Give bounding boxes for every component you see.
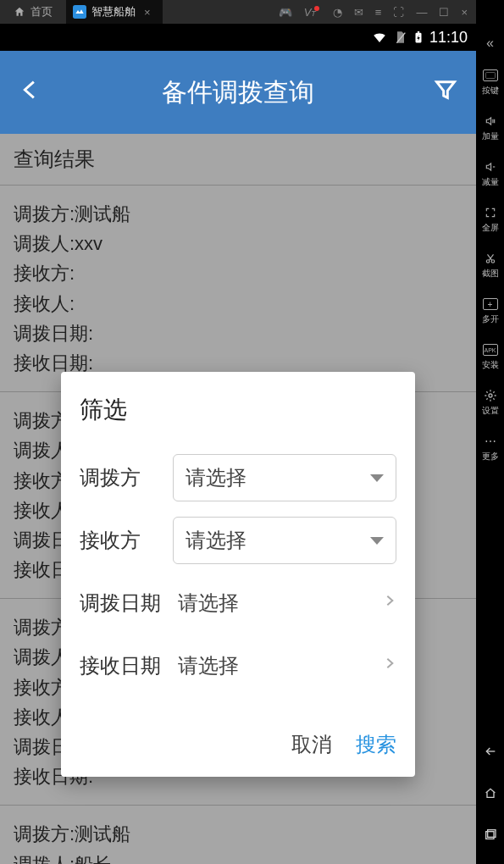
back-icon[interactable] [17,78,41,108]
sender-select-value: 请选择 [186,464,246,491]
send-date-value: 请选择 [174,590,383,617]
close-window-icon[interactable]: × [461,6,468,19]
page-title: 备件调拨查询 [162,75,314,110]
svg-rect-4 [485,73,495,79]
recv-date-label: 接收日期 [80,652,174,679]
recv-date-row[interactable]: 接收日期 请选择 [80,634,396,697]
toolbar-label: 安装 [482,359,499,371]
tab-home-label: 首页 [30,4,53,19]
app-icon [73,5,86,19]
android-statusbar: 11:10 [0,24,476,51]
send-date-row[interactable]: 调拨日期 请选择 [80,572,396,634]
toolbar-item-加量[interactable]: 加量 [482,115,499,142]
toolbar-icon [483,161,498,173]
tab-close-icon[interactable]: × [141,6,154,19]
cancel-button[interactable]: 取消 [291,731,332,758]
toolbar-icon [483,207,498,219]
svg-rect-3 [418,31,419,33]
emulator-titlebar: 首页 智慧船舶 × 🎮 VT ◔ ✉ ≡ ⛶ — ☐ × [0,0,476,24]
menu-icon[interactable]: ≡ [375,6,382,19]
receiver-label: 接收方 [80,527,173,554]
mail-icon[interactable]: ✉ [354,6,363,19]
user-icon[interactable]: ◔ [333,6,342,19]
toolbar-icon: + [483,298,498,310]
toolbar-label: 更多 [482,451,499,462]
toolbar-icon: APK [483,344,498,356]
emulator-sidebar: » 按键加量减量全屏截图+多开APK安装设置⋯更多 [476,0,504,864]
tab-active-label: 智慧船舶 [91,4,136,19]
window-controls: 🎮 VT ◔ ✉ ≡ ⛶ — ☐ × [279,6,476,19]
toolbar-label: 加量 [482,130,499,142]
wifi-icon [370,30,389,45]
nav-back-icon[interactable] [482,745,499,762]
nav-recent-icon[interactable] [483,828,498,845]
clock: 11:10 [429,29,468,47]
toolbar-item-按键[interactable]: 按键 [482,69,499,97]
svg-rect-0 [73,5,86,19]
toolbar-item-全屏[interactable]: 全屏 [482,207,499,234]
toolbar-icon: ⋯ [483,435,498,447]
toolbar-item-多开[interactable]: +多开 [482,298,499,325]
toolbar-label: 截图 [482,268,499,280]
collapse-icon[interactable]: » [486,36,494,51]
toolbar-item-减量[interactable]: 减量 [482,161,499,188]
toolbar-icon [483,252,498,264]
phone-screen: 11:10 备件调拨查询 查询结果 调拨方:测试船调拨人:xxv接收方:接收人:… [0,24,476,864]
filter-modal: 筛选 调拨方 请选择 接收方 请选择 [61,372,415,777]
vt-icon[interactable]: VT [304,6,321,19]
chevron-right-icon [383,652,396,679]
toolbar-label: 按键 [482,85,499,97]
toolbar-item-截图[interactable]: 截图 [482,252,499,280]
modal-title: 筛选 [61,372,415,441]
app-body: 查询结果 调拨方:测试船调拨人:xxv接收方:接收人:调拨日期:接收日期:调拨方… [0,134,476,864]
toolbar-label: 全屏 [482,222,499,234]
toolbar-item-安装[interactable]: APK安装 [482,344,499,371]
minimize-icon[interactable]: — [416,6,427,19]
tab-home[interactable]: 首页 [0,4,66,19]
sim-icon [394,29,407,46]
receiver-select-value: 请选择 [186,527,246,554]
nav-home-icon[interactable] [482,786,499,804]
receiver-select[interactable]: 请选择 [173,517,396,564]
toolbar-item-更多[interactable]: ⋯更多 [482,435,499,462]
toolbar-label: 多开 [482,313,499,325]
app-header: 备件调拨查询 [0,51,476,134]
toolbar-icon [483,390,498,402]
send-date-label: 调拨日期 [80,590,174,617]
toolbar-icon [483,69,498,81]
chevron-down-icon [370,474,384,482]
svg-point-7 [489,394,492,397]
search-button[interactable]: 搜索 [356,731,396,758]
chevron-down-icon [370,537,384,545]
toolbar-icon [483,115,498,127]
sender-select[interactable]: 请选择 [173,454,396,501]
maximize-icon[interactable]: ☐ [439,6,449,19]
toolbar-item-设置[interactable]: 设置 [482,390,499,417]
tab-active[interactable]: 智慧船舶 × [66,0,163,24]
filter-icon[interactable] [434,78,457,108]
toolbar-label: 设置 [482,405,499,417]
battery-icon [413,28,424,47]
expand-icon[interactable]: ⛶ [393,6,404,19]
sender-label: 调拨方 [80,464,173,491]
gamepad-icon[interactable]: 🎮 [279,6,292,19]
home-icon [14,6,25,18]
chevron-right-icon [383,590,396,617]
toolbar-label: 减量 [482,176,499,188]
recv-date-value: 请选择 [174,652,383,679]
